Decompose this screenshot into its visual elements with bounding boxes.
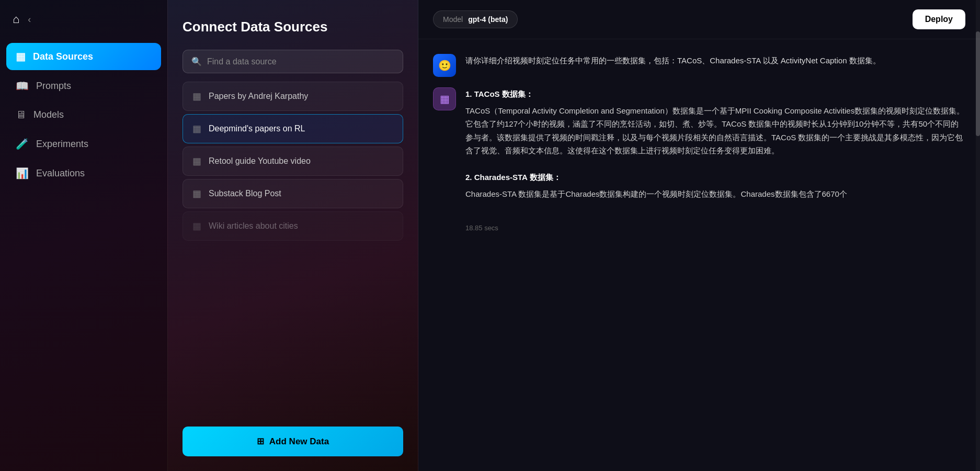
item-icon-retool-youtube: ▦ [192,155,201,167]
deploy-button[interactable]: Deploy [913,9,965,29]
back-icon[interactable]: ‹ [28,14,31,25]
data-list: ▦ Papers by Andrej Karpathy ▦ Deepmind's… [183,82,403,416]
message-content-assistant-msg-1: 1. TACoS 数据集： TACoS（Temporal Activity Co… [465,87,965,234]
message-row-user-msg-1: 🙂 请你详细介绍视频时刻定位任务中常用的一些数据集，包括：TACoS、Chara… [433,54,965,77]
add-icon: ⊞ [257,436,264,447]
add-new-data-button[interactable]: ⊞ Add New Data [183,427,403,456]
sidebar-item-models[interactable]: 🖥 Models [6,102,161,128]
nav-label-models: Models [33,109,64,120]
scrollbar-thumb[interactable] [976,31,980,136]
nav-label-evaluations: Evaluations [36,168,85,179]
data-item-retool-youtube[interactable]: ▦ Retool guide Youtube video [183,147,403,176]
item-label-papers-karpathy: Papers by Andrej Karpathy [209,92,308,101]
sidebar-item-data-sources[interactable]: ▦ Data Sources [6,43,161,70]
avatar-assistant-msg-1: ▦ [433,87,456,110]
item-icon-wiki-cities: ▦ [192,220,201,232]
nav-label-prompts: Prompts [36,81,71,92]
item-icon-deepmind-rl: ▦ [192,123,201,134]
sidebar: ⌂ ‹ ▦ Data Sources 📖 Prompts 🖥 Models 🧪 … [0,0,167,471]
home-icon[interactable]: ⌂ [13,13,19,26]
search-input[interactable] [207,57,394,66]
data-item-deepmind-rl[interactable]: ▦ Deepmind's papers on RL [183,114,403,143]
item-icon-substack-blog: ▦ [192,188,201,199]
timestamp-assistant-msg-1: 18.85 secs [465,222,965,234]
search-icon: 🔍 [191,57,202,66]
chat-panel: Model gpt-4 (beta) Deploy 🙂 请你详细介绍视频时刻定位… [418,0,980,471]
sidebar-nav: ▦ Data Sources 📖 Prompts 🖥 Models 🧪 Expe… [0,43,167,187]
item-label-deepmind-rl: Deepmind's papers on RL [209,124,305,133]
nav-icon-evaluations: 📊 [16,167,29,180]
section-title-assistant-msg-1-0: 1. TACoS 数据集： [465,87,965,101]
scrollbar-track[interactable] [976,0,980,471]
section-title-assistant-msg-1-1: 2. Charades-STA 数据集： [465,171,965,184]
item-label-substack-blog: Substack Blog Post [209,189,281,198]
item-label-wiki-cities: Wiki articles about cities [209,221,298,231]
sidebar-item-evaluations[interactable]: 📊 Evaluations [6,160,161,187]
chat-messages: 🙂 请你详细介绍视频时刻定位任务中常用的一些数据集，包括：TACoS、Chara… [418,39,980,471]
data-item-papers-karpathy[interactable]: ▦ Papers by Andrej Karpathy [183,82,403,111]
message-content-user-msg-1: 请你详细介绍视频时刻定位任务中常用的一些数据集，包括：TACoS、Charade… [465,54,965,68]
nav-label-experiments: Experiments [36,139,88,150]
nav-icon-experiments: 🧪 [16,138,29,150]
model-name: gpt-4 (beta) [468,15,508,24]
nav-label-data-sources: Data Sources [33,51,93,62]
nav-icon-data-sources: ▦ [16,50,26,63]
item-label-retool-youtube: Retool guide Youtube video [209,156,311,166]
data-item-wiki-cities[interactable]: ▦ Wiki articles about cities [183,211,403,241]
nav-icon-models: 🖥 [16,109,26,121]
sidebar-item-experiments[interactable]: 🧪 Experiments [6,130,161,158]
message-text-user-msg-1: 请你详细介绍视频时刻定位任务中常用的一些数据集，包括：TACoS、Charade… [465,56,881,65]
panel-title: Connect Data Sources [183,19,403,35]
section-body-assistant-msg-1-0: TACoS（Temporal Activity Completion and S… [465,104,965,158]
section-body-assistant-msg-1-1: Charades-STA 数据集是基于Charades数据集构建的一个视频时刻定… [465,187,965,201]
data-item-substack-blog[interactable]: ▦ Substack Blog Post [183,179,403,208]
message-row-assistant-msg-1: ▦ 1. TACoS 数据集： TACoS（Temporal Activity … [433,87,965,234]
sidebar-top: ⌂ ‹ [0,13,167,43]
avatar-user-msg-1: 🙂 [433,54,456,77]
model-badge[interactable]: Model gpt-4 (beta) [433,10,518,28]
add-button-label: Add New Data [269,436,329,447]
item-icon-papers-karpathy: ▦ [192,91,201,102]
nav-icon-prompts: 📖 [16,80,29,92]
chat-header: Model gpt-4 (beta) Deploy [418,0,980,39]
search-box[interactable]: 🔍 [183,50,403,73]
model-label: Model [443,15,463,24]
middle-panel: Connect Data Sources 🔍 ▦ Papers by Andre… [167,0,418,471]
sidebar-item-prompts[interactable]: 📖 Prompts [6,72,161,99]
